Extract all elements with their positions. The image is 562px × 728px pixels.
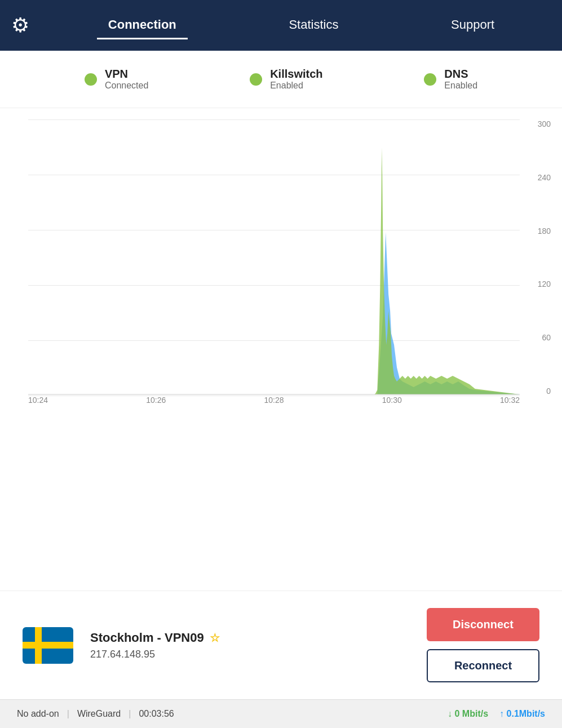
- action-buttons: Disconnect Reconnect: [427, 608, 539, 682]
- server-ip: 217.64.148.95: [90, 649, 410, 660]
- status-bar: VPN Connected Killswitch Enabled DNS Ena…: [0, 51, 562, 108]
- dns-value: Enabled: [444, 81, 477, 91]
- footer: No add-on | WireGuard | 00:03:56 ↓ 0 Mbi…: [0, 699, 562, 728]
- speed-download: ↓ 0 Mbit/s: [448, 709, 488, 719]
- speed-upload: ↑ 0.1Mbit/s: [499, 709, 545, 719]
- footer-speed: ↓ 0 Mbit/s ↑ 0.1Mbit/s: [448, 709, 545, 719]
- killswitch-label: Killswitch: [270, 68, 322, 81]
- y-label-0: 0: [523, 387, 551, 396]
- chart-blue-area: [28, 232, 520, 394]
- chart-container: 300 240 180 120 60 0: [11, 119, 551, 412]
- chart-green-area: [28, 148, 520, 394]
- killswitch-value: Enabled: [270, 81, 322, 91]
- disconnect-button[interactable]: Disconnect: [427, 608, 539, 641]
- sweden-flag-svg: [23, 627, 73, 664]
- x-label-1024: 10:24: [28, 396, 48, 412]
- dns-label: DNS: [444, 68, 477, 81]
- y-label-300: 300: [523, 119, 551, 128]
- server-flag: [23, 627, 73, 664]
- header: ⚙ Connection Statistics Support: [0, 0, 562, 51]
- y-label-240: 240: [523, 173, 551, 182]
- footer-uptime: 00:03:56: [139, 709, 174, 719]
- x-label-1032: 10:32: [500, 396, 520, 412]
- footer-protocol: WireGuard: [77, 709, 121, 719]
- nav-tabs: Connection Statistics Support: [52, 12, 551, 39]
- vpn-status: VPN Connected: [85, 68, 148, 91]
- dns-status-dot: [424, 73, 436, 86]
- reconnect-button[interactable]: Reconnect: [427, 649, 539, 682]
- vpn-value: Connected: [105, 81, 148, 91]
- killswitch-status-dot: [250, 73, 262, 86]
- connection-section: Stockholm - VPN09 ☆ 217.64.148.95 Discon…: [0, 591, 562, 699]
- upload-arrow-icon: ↑: [499, 709, 504, 718]
- vpn-label: VPN: [105, 68, 148, 81]
- dns-status: DNS Enabled: [424, 68, 477, 91]
- chart-x-axis: 10:24 10:26 10:28 10:30 10:32: [28, 396, 520, 412]
- y-label-120: 120: [523, 279, 551, 288]
- chart-plot-area: [28, 119, 520, 396]
- vpn-status-dot: [85, 73, 97, 86]
- chart-svg: [28, 119, 520, 396]
- svg-rect-2: [23, 642, 73, 649]
- x-label-1026: 10:26: [146, 396, 166, 412]
- tab-support[interactable]: Support: [440, 12, 506, 39]
- favorite-star-icon[interactable]: ☆: [210, 631, 220, 645]
- tab-statistics[interactable]: Statistics: [277, 12, 349, 39]
- chart-section: 300 240 180 120 60 0: [0, 108, 562, 591]
- download-arrow-icon: ↓: [448, 709, 452, 718]
- killswitch-status: Killswitch Enabled: [250, 68, 322, 91]
- gear-icon[interactable]: ⚙: [11, 14, 29, 37]
- chart-y-axis: 300 240 180 120 60 0: [523, 119, 551, 412]
- y-label-60: 60: [523, 333, 551, 342]
- server-info: Stockholm - VPN09 ☆ 217.64.148.95: [90, 631, 410, 660]
- footer-sep-2: |: [129, 709, 131, 719]
- x-label-1030: 10:30: [382, 396, 402, 412]
- server-name: Stockholm - VPN09 ☆: [90, 631, 410, 645]
- footer-addon: No add-on: [17, 709, 59, 719]
- tab-connection[interactable]: Connection: [97, 12, 188, 39]
- y-label-180: 180: [523, 227, 551, 236]
- x-label-1028: 10:28: [264, 396, 284, 412]
- footer-sep-1: |: [67, 709, 69, 719]
